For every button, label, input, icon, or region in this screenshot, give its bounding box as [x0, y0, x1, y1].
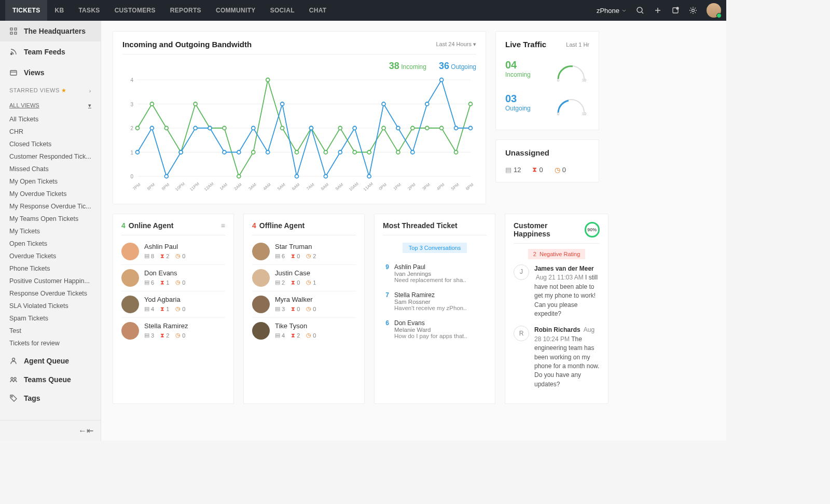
svg-text:7AM: 7AM [306, 182, 315, 191]
clock-icon: ◷ [306, 332, 311, 339]
agent-row[interactable]: Tike Tyson▤4⧗2◷0 [252, 318, 356, 344]
view-item[interactable]: My Overdue Tickets [0, 188, 101, 200]
view-item[interactable]: Customer Responded Tick... [0, 150, 101, 163]
view-item[interactable]: Spam Tickets [0, 312, 101, 325]
svg-text:6AM: 6AM [291, 182, 301, 191]
sidebar-item-tags[interactable]: Tags [0, 389, 101, 408]
agent-row[interactable]: Ashlin Paul▤8⧗2◷0 [121, 239, 225, 265]
starred-views-header[interactable]: STARRED VIEWS ★ › [0, 83, 101, 98]
menu-icon[interactable]: ≡ [221, 221, 225, 230]
agent-avatar [121, 322, 139, 340]
clock-icon: ◷ [175, 332, 181, 339]
svg-point-71 [469, 102, 473, 106]
collapse-sidebar-button[interactable]: ←⇤ [0, 420, 101, 441]
sidebar-item-views[interactable]: Views [0, 62, 101, 83]
customer-happiness-card: Customer Happiness90% 2 Negative Rating … [505, 214, 608, 404]
agent-row[interactable]: Don Evans▤6⧗1◷0 [121, 265, 225, 291]
nav-chat[interactable]: CHAT [302, 0, 334, 21]
svg-rect-7 [15, 32, 17, 34]
svg-text:9AM: 9AM [335, 182, 344, 191]
sidebar-item-team-feeds[interactable]: Team Feeds [0, 41, 101, 62]
agent-avatar [121, 296, 139, 313]
view-item[interactable]: My Open Tickets [0, 175, 101, 188]
thread-item[interactable]: 7Stella RamirezSam RossnerHaven't receiv… [383, 287, 487, 315]
plus-icon[interactable] [654, 6, 662, 15]
svg-text:0PM: 0PM [378, 182, 388, 191]
view-item[interactable]: Phone Tickets [0, 262, 101, 275]
view-item[interactable]: My Teams Open Tickets [0, 213, 101, 225]
svg-point-92 [425, 102, 429, 106]
svg-point-81 [266, 150, 270, 154]
document-icon: ▤ [144, 279, 149, 286]
thread-item[interactable]: 9Ashlin PaulIvan JenningsNeed replacemen… [383, 259, 487, 287]
view-item[interactable]: My Tickets [0, 225, 101, 237]
svg-point-80 [252, 127, 255, 130]
reviewer-avatar: J [514, 264, 529, 280]
search-icon[interactable] [636, 6, 644, 15]
svg-text:10PM: 10PM [174, 181, 186, 192]
nav-customers[interactable]: CUSTOMERS [107, 0, 163, 21]
bandwidth-title: Incoming and Outgoing Bandwidth [122, 40, 252, 49]
all-views-header[interactable]: ALL VIEWS ▾ [0, 98, 101, 113]
view-item[interactable]: Overdue Tickets [0, 250, 101, 262]
svg-point-94 [454, 127, 458, 130]
nav-social[interactable]: SOCIAL [263, 0, 302, 21]
sidebar-item-the-headquarters[interactable]: The Headquarters [0, 21, 101, 41]
brand-selector[interactable]: zPhone [597, 7, 627, 15]
thread-item[interactable]: 6Don EvansMelanie WardHow do I pay for a… [383, 315, 487, 343]
svg-point-85 [324, 175, 327, 178]
svg-point-90 [396, 127, 400, 130]
bandwidth-range-selector[interactable]: Last 24 Hours ▾ [436, 41, 476, 48]
agent-row[interactable]: Justin Case▤2⧗0◷1 [252, 265, 356, 291]
view-item[interactable]: My Response Overdue Tic... [0, 200, 101, 213]
view-item[interactable]: Missed Chats [0, 163, 101, 175]
svg-point-86 [338, 150, 342, 154]
hourglass-icon: ⧗ [160, 279, 164, 286]
nav-community[interactable]: COMMUNITY [209, 0, 263, 21]
svg-rect-5 [15, 28, 17, 30]
svg-point-49 [150, 102, 154, 106]
svg-text:1AM: 1AM [219, 182, 229, 191]
view-item[interactable]: CHR [0, 125, 101, 138]
agent-row[interactable]: Myra Walker▤3⧗0◷0 [252, 291, 356, 318]
svg-text:4: 4 [130, 77, 133, 83]
gear-icon[interactable] [689, 6, 697, 15]
nav-reports[interactable]: REPORTS [163, 0, 209, 21]
svg-text:4PM: 4PM [436, 182, 446, 191]
agent-name: Myra Walker [275, 296, 316, 303]
agent-row[interactable]: Star Truman▤6⧗0◷2 [252, 239, 356, 265]
user-avatar[interactable] [707, 3, 721, 18]
svg-rect-9 [10, 71, 17, 75]
bandwidth-card: Incoming and Outgoing Bandwidth Last 24 … [113, 31, 486, 204]
star-icon: ★ [61, 87, 67, 93]
hourglass-icon: ⧗ [160, 253, 164, 259]
svg-point-91 [411, 150, 414, 154]
notification-icon[interactable] [671, 6, 680, 15]
clock-icon: ◷ [306, 305, 311, 312]
feed-icon [9, 48, 18, 56]
view-item[interactable]: Positive Customer Happin... [0, 275, 101, 287]
agent-row[interactable]: Yod Agbaria▤4⧗1◷0 [121, 291, 225, 318]
chevron-down-icon: ▾ [88, 102, 91, 109]
review-item[interactable]: RRobin Richards Aug 28 10:24 PM The engi… [514, 326, 600, 389]
view-item[interactable]: Test [0, 325, 101, 337]
view-item[interactable]: All Tickets [0, 113, 101, 125]
view-item[interactable]: Open Tickets [0, 237, 101, 250]
view-item[interactable]: Closed Tickets [0, 138, 101, 150]
svg-text:5PM: 5PM [450, 182, 460, 191]
svg-point-59 [295, 150, 299, 154]
svg-text:6PM: 6PM [465, 182, 475, 191]
svg-text:2AM: 2AM [233, 182, 243, 191]
agent-row[interactable]: Stella Ramirez▤3⧗2◷0 [121, 318, 225, 344]
view-item[interactable]: SLA Violated Tickets [0, 300, 101, 312]
nav-tasks[interactable]: TASKS [71, 0, 107, 21]
sidebar-item-teams-queue[interactable]: Teams Queue [0, 370, 101, 389]
online-agents-card: 4Online Agent≡ Ashlin Paul▤8⧗2◷0Don Evan… [113, 214, 234, 404]
view-item[interactable]: Response Overdue Tickets [0, 287, 101, 300]
clock-icon: ◷ [555, 166, 560, 174]
nav-tickets[interactable]: TICKETS [5, 0, 47, 21]
review-item[interactable]: JJames van der Meer Aug 21 11:03 AM I st… [514, 264, 600, 318]
sidebar-item-agent-queue[interactable]: Agent Queue [0, 352, 101, 370]
view-item[interactable]: Tickets for review [0, 337, 101, 349]
nav-kb[interactable]: KB [47, 0, 71, 21]
